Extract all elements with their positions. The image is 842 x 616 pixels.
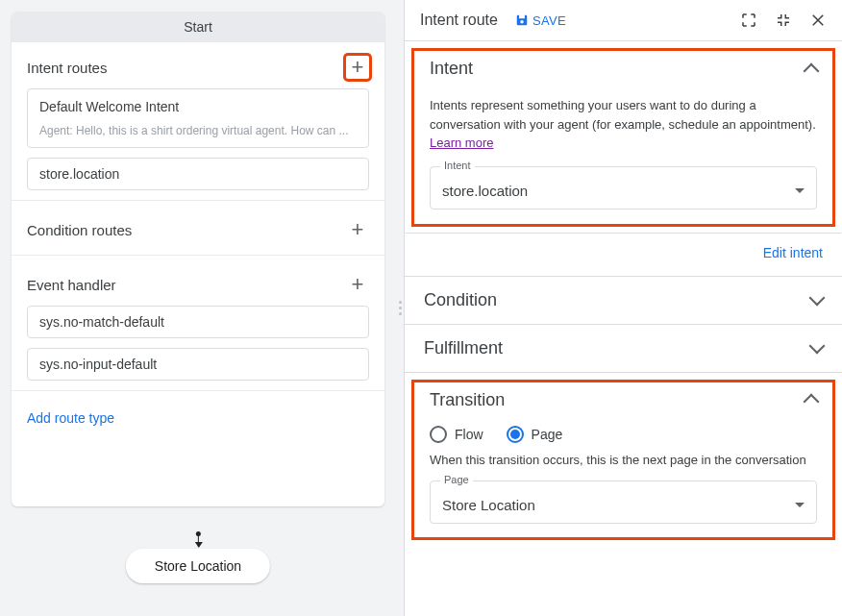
intent-route-label: Default Welcome Intent	[39, 99, 357, 114]
radio-flow-label: Flow	[455, 427, 483, 442]
event-handler-item[interactable]: sys.no-input-default	[27, 348, 369, 381]
chevron-down-icon	[809, 290, 826, 307]
transition-section-header[interactable]: Transition	[430, 390, 817, 410]
event-handler-header: Event handler +	[12, 259, 384, 306]
save-icon	[515, 13, 529, 27]
transition-title: Transition	[430, 390, 505, 410]
radio-icon	[430, 426, 447, 443]
fulfillment-title: Fulfillment	[424, 338, 503, 358]
intent-select[interactable]: Intent store.location	[430, 166, 817, 209]
event-handler-title: Event handler	[27, 277, 116, 293]
panel-header: Intent route SAVE	[405, 0, 842, 41]
radio-page-label: Page	[532, 427, 563, 442]
transition-target-radios: Flow Page	[430, 426, 817, 443]
intent-route-panel: Intent route SAVE Intent Intents represe…	[404, 0, 842, 616]
condition-routes-header: Condition routes +	[12, 205, 384, 251]
intent-description: Intents represent something your users w…	[430, 96, 817, 153]
collapse-icon[interactable]	[775, 12, 792, 29]
intent-section: Intent Intents represent something your …	[405, 41, 842, 234]
radio-page[interactable]: Page	[507, 426, 563, 443]
start-card: Start Intent routes + Default Welcome In…	[12, 12, 384, 506]
page-field-label: Page	[440, 474, 473, 485]
intent-route-item[interactable]: store.location	[27, 158, 369, 190]
intent-select-value: store.location	[442, 183, 528, 199]
panel-title: Intent route	[420, 12, 498, 29]
event-handler-label: sys.no-input-default	[39, 357, 357, 372]
fullscreen-icon[interactable]	[740, 12, 757, 29]
fulfillment-section: Fulfillment	[405, 325, 842, 373]
page-select-value: Store Location	[442, 497, 535, 513]
flow-connector: Store Location	[126, 535, 270, 583]
intent-route-sub: Agent: Hello, this is a shirt ordering v…	[39, 124, 357, 137]
intent-field-label: Intent	[440, 160, 475, 171]
transition-description: When this transition occurs, this is the…	[430, 453, 817, 467]
child-page-chip[interactable]: Store Location	[126, 549, 270, 583]
condition-section-header[interactable]: Condition	[424, 290, 823, 310]
save-button[interactable]: SAVE	[515, 13, 566, 28]
start-header: Start	[12, 12, 384, 42]
condition-title: Condition	[424, 290, 497, 310]
event-handler-label: sys.no-match-default	[39, 314, 357, 330]
close-icon[interactable]	[809, 12, 827, 29]
chevron-up-icon	[804, 62, 820, 79]
event-handler-item[interactable]: sys.no-match-default	[27, 306, 369, 338]
start-page-panel: Start Intent routes + Default Welcome In…	[0, 0, 396, 616]
save-label: SAVE	[532, 13, 566, 28]
caret-down-icon	[795, 503, 805, 507]
condition-section: Condition	[405, 277, 842, 325]
radio-icon-selected	[507, 426, 524, 443]
chevron-up-icon	[804, 394, 820, 410]
learn-more-link[interactable]: Learn more	[430, 136, 493, 150]
add-event-handler-button[interactable]: +	[346, 273, 369, 296]
page-select[interactable]: Page Store Location	[430, 480, 817, 524]
chevron-down-icon	[809, 338, 826, 355]
intent-routes-title: Intent routes	[27, 60, 107, 76]
panel-resize-handle[interactable]	[396, 0, 404, 616]
condition-routes-title: Condition routes	[27, 222, 132, 238]
intent-route-item[interactable]: Default Welcome Intent Agent: Hello, thi…	[27, 88, 369, 148]
add-route-type-link[interactable]: Add route type	[12, 395, 384, 441]
intent-section-header[interactable]: Intent	[430, 59, 817, 79]
transition-section: Transition Flow Page When this transitio…	[405, 373, 842, 547]
caret-down-icon	[795, 188, 805, 193]
edit-intent-link[interactable]: Edit intent	[405, 234, 842, 277]
fulfillment-section-header[interactable]: Fulfillment	[424, 338, 823, 358]
intent-route-label: store.location	[39, 166, 357, 182]
intent-section-title: Intent	[430, 59, 473, 79]
add-condition-route-button[interactable]: +	[346, 218, 369, 241]
radio-flow[interactable]: Flow	[430, 426, 483, 443]
add-intent-route-button[interactable]: +	[346, 56, 369, 79]
intent-routes-header: Intent routes +	[12, 42, 384, 88]
